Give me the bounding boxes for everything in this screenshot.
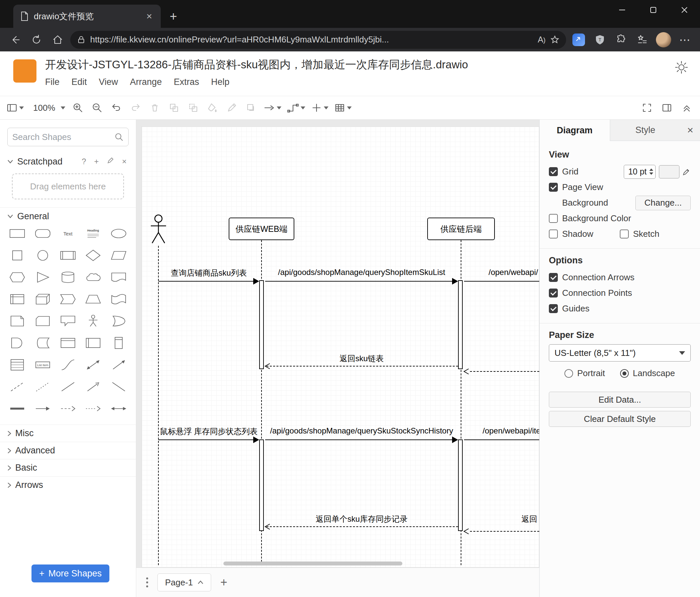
shape-internal-storage-icon[interactable] [6, 292, 28, 307]
read-aloud-icon[interactable]: A) [538, 35, 546, 44]
profile-avatar[interactable] [655, 31, 672, 48]
home-icon[interactable] [49, 31, 66, 48]
background-color-checkbox[interactable] [549, 214, 558, 223]
table-icon[interactable] [332, 99, 354, 117]
shape-note-icon[interactable] [6, 314, 28, 328]
scratchpad-drop-area[interactable]: Drag elements here [12, 173, 124, 199]
shape-or-icon[interactable] [108, 314, 130, 328]
menu-arrange[interactable]: Arrange [130, 77, 162, 87]
new-tab-button[interactable]: + [164, 7, 183, 26]
message-label[interactable]: /open/webapi/ [489, 268, 538, 277]
edit-data-button[interactable]: Edit Data... [549, 392, 691, 408]
activation-bar[interactable] [458, 439, 463, 531]
shape-bidirectional-arrow-icon[interactable] [82, 358, 104, 372]
shape-tape-icon[interactable] [108, 292, 130, 307]
redo-icon[interactable] [127, 99, 144, 117]
activation-bar[interactable] [458, 280, 463, 369]
message-label[interactable]: /open/webapi/item [482, 426, 539, 435]
horizontal-scrollbar[interactable] [223, 562, 402, 566]
landscape-radio[interactable]: Landscape [620, 368, 675, 378]
shape-text-icon[interactable]: Text [57, 226, 79, 241]
guides-checkbox[interactable] [549, 304, 558, 313]
shape-data-storage-icon[interactable] [32, 336, 54, 350]
more-shapes-button[interactable]: + More Shapes [31, 565, 109, 582]
section-basic[interactable]: Basic [0, 459, 136, 476]
shape-cube-icon[interactable] [32, 292, 54, 307]
menu-file[interactable]: File [45, 77, 60, 87]
browser-tab[interactable]: drawio文件预览 × [13, 5, 161, 28]
message-label[interactable]: 返回 [521, 514, 537, 524]
menu-help[interactable]: Help [211, 77, 230, 87]
shape-diagonal-line-icon[interactable] [108, 379, 130, 394]
view-panels-button[interactable] [5, 99, 26, 117]
delete-icon[interactable] [146, 99, 164, 117]
shape-horizontal-arrow-icon[interactable] [32, 401, 54, 416]
shape-dotted-line-icon[interactable] [32, 379, 54, 394]
diagram-canvas[interactable]: 供应链WEB端 供应链后端 查询店铺商品sku列表 /api/goods/sho… [136, 120, 539, 568]
connection-style-icon[interactable] [261, 99, 283, 117]
participant-web[interactable]: 供应链WEB端 [229, 218, 294, 240]
participant-backend[interactable]: 供应链后端 [427, 218, 495, 240]
shape-dashed-arrow-icon[interactable] [57, 401, 79, 416]
activation-bar[interactable] [259, 439, 264, 531]
sketch-checkbox[interactable] [620, 230, 629, 238]
shadow-checkbox[interactable] [549, 230, 558, 238]
shape-cylinder-icon[interactable] [57, 270, 79, 285]
add-page-icon[interactable]: + [220, 575, 227, 589]
shape-dashed-line-icon[interactable] [6, 379, 28, 394]
search-shapes-box[interactable] [7, 128, 129, 146]
address-bar[interactable]: https://file.kkview.cn/onlinePreview?url… [70, 31, 566, 49]
section-misc[interactable]: Misc [0, 425, 136, 442]
shape-ellipse-icon[interactable] [108, 226, 130, 241]
scratchpad-add-icon[interactable]: + [92, 157, 101, 166]
fullscreen-icon[interactable] [639, 99, 656, 117]
shape-diamond-icon[interactable] [82, 248, 104, 263]
shape-parallelogram-icon[interactable] [108, 248, 130, 263]
grid-color-swatch[interactable] [659, 165, 679, 178]
shape-list-item-icon[interactable]: List Item [32, 358, 54, 372]
activation-bar[interactable] [259, 280, 264, 369]
window-maximize-button[interactable] [638, 0, 669, 20]
insert-icon[interactable] [309, 99, 330, 117]
connection-arrows-checkbox[interactable] [549, 273, 558, 282]
shape-dotted-arrow-icon[interactable] [82, 401, 104, 416]
shape-line-icon[interactable] [57, 379, 79, 394]
waypoints-icon[interactable] [285, 99, 307, 117]
pinned-extension-icon[interactable] [570, 31, 587, 48]
shape-link-icon[interactable] [6, 401, 28, 416]
message-label[interactable]: 查询店铺商品sku列表 [171, 268, 247, 278]
shape-container-icon[interactable] [57, 336, 79, 350]
shape-document-icon[interactable] [108, 270, 130, 285]
menu-view[interactable]: View [99, 77, 118, 87]
shape-cloud-icon[interactable] [82, 270, 104, 285]
window-minimize-button[interactable] [606, 0, 638, 20]
favorites-icon[interactable] [634, 31, 651, 48]
shape-process-icon[interactable] [57, 248, 79, 263]
theme-toggle-icon[interactable] [674, 60, 689, 75]
shadow-icon[interactable] [242, 99, 259, 117]
grid-color-edit-icon[interactable] [682, 167, 691, 176]
section-general[interactable]: General [0, 208, 136, 225]
section-arrows[interactable]: Arrows [0, 476, 136, 494]
scratchpad-help-icon[interactable]: ? [80, 157, 88, 166]
settings-more-icon[interactable]: ⋯ [676, 31, 693, 48]
zoom-dropdown[interactable]: 100% [28, 99, 67, 117]
extensions-icon[interactable] [612, 31, 630, 48]
scratchpad-header[interactable]: Scratchpad ? + × [0, 153, 136, 170]
menu-extras[interactable]: Extras [174, 77, 199, 87]
grid-size-stepper[interactable] [649, 168, 653, 175]
shape-vertical-container-icon[interactable] [108, 336, 130, 350]
format-panel-toggle-icon[interactable] [658, 99, 675, 117]
shape-and-icon[interactable] [6, 336, 28, 350]
grid-size-input[interactable]: 10 pt [624, 165, 656, 179]
shape-triangle-icon[interactable] [32, 270, 54, 285]
tab-close-icon[interactable]: × [144, 10, 155, 22]
zoom-in-icon[interactable] [69, 99, 86, 117]
to-front-icon[interactable] [166, 99, 183, 117]
tab-diagram[interactable]: Diagram [540, 120, 610, 141]
portrait-radio[interactable]: Portrait [565, 368, 605, 378]
scratchpad-close-icon[interactable]: × [120, 157, 129, 166]
shape-square-icon[interactable] [6, 248, 28, 263]
shape-rectangle-icon[interactable] [6, 226, 28, 241]
shape-circle-icon[interactable] [32, 248, 54, 263]
